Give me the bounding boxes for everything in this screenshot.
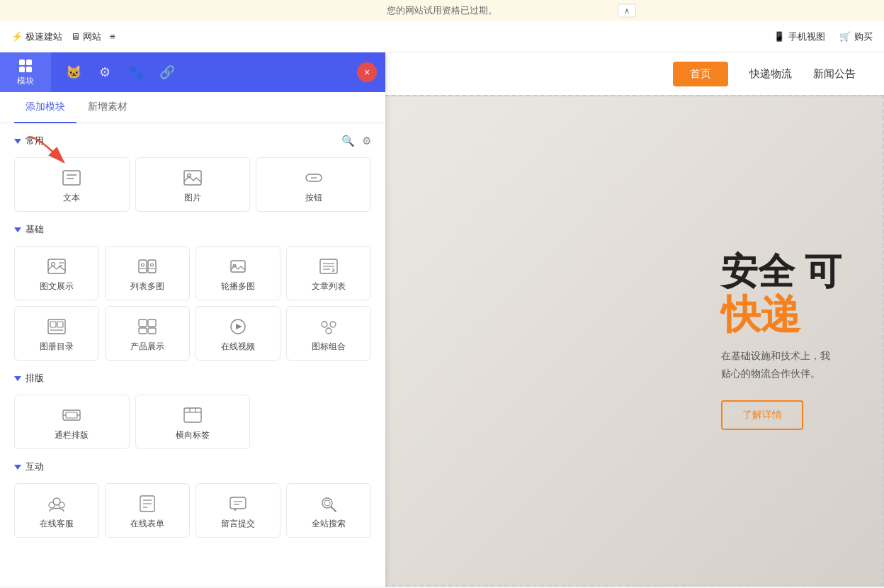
website-button[interactable]: 🖥 网站 bbox=[71, 30, 101, 43]
panel-close-button[interactable]: × bbox=[357, 62, 377, 82]
panel-icon-cat[interactable]: 🐱 bbox=[60, 58, 88, 86]
mobile-view-label: 手机视图 bbox=[788, 30, 825, 43]
svg-point-83 bbox=[324, 500, 330, 506]
hero-title-line2: 快递 bbox=[721, 293, 842, 337]
online-form-label: 在线表单 bbox=[130, 518, 164, 530]
tab-add-material[interactable]: 新增素材 bbox=[76, 92, 139, 123]
module-item-full-layout[interactable]: 通栏排版 bbox=[14, 395, 130, 449]
online-video-label: 在线视频 bbox=[221, 341, 255, 353]
svg-rect-51 bbox=[57, 322, 63, 327]
carousel-label: 轮播多图 bbox=[221, 281, 255, 293]
module-item-horizontal-tab[interactable]: 横向标签 bbox=[135, 395, 251, 449]
panel-icon-paw[interactable]: 🐾 bbox=[122, 58, 150, 86]
module-item-list-multi[interactable]: 列表多图 bbox=[105, 246, 190, 300]
hero-detail-button[interactable]: 了解详情 bbox=[721, 400, 803, 430]
svg-point-32 bbox=[52, 263, 55, 266]
home-nav-button[interactable]: 首页 bbox=[673, 62, 728, 86]
quick-build-icon: ⚡ bbox=[11, 31, 23, 42]
panel-tabs: 添加模块 新增素材 bbox=[0, 92, 385, 123]
module-item-catalog[interactable]: 图册目录 bbox=[14, 306, 99, 361]
interactive-section-header: 互动 bbox=[14, 460, 371, 473]
settings-icon[interactable]: ⚙ bbox=[362, 135, 371, 147]
product-display-icon bbox=[136, 317, 159, 337]
website-icon: 🖥 bbox=[71, 31, 80, 42]
quick-build-button[interactable]: ⚡ 极速建站 bbox=[11, 30, 62, 43]
top-toolbar: ⚡ 极速建站 🖥 网站 ≡ 📱 手机视图 🛒 购买 bbox=[0, 21, 884, 52]
hero-description: 在基础设施和技术上，我 贴心的物流合作伙伴。 bbox=[721, 347, 842, 383]
basic-section: 基础 图文展示 bbox=[14, 223, 371, 361]
svg-rect-22 bbox=[19, 67, 25, 72]
module-item-site-search[interactable]: 全站搜索 bbox=[286, 483, 371, 538]
leave-message-icon bbox=[227, 494, 249, 514]
module-item-image-display[interactable]: 图文展示 bbox=[14, 246, 99, 300]
button-module-icon bbox=[302, 168, 325, 188]
online-video-icon bbox=[227, 317, 249, 337]
list-multi-label: 列表多图 bbox=[130, 281, 164, 293]
buy-button[interactable]: 🛒 购买 bbox=[839, 30, 873, 43]
site-search-label: 全站搜索 bbox=[312, 518, 346, 530]
buy-label: 购买 bbox=[854, 30, 873, 43]
section-actions: 🔍 ⚙ bbox=[341, 135, 371, 147]
basic-section-header: 基础 bbox=[14, 223, 371, 236]
layout-module-grid: 通栏排版 横向标签 bbox=[14, 395, 371, 449]
module-item-online-video[interactable]: 在线视频 bbox=[196, 306, 280, 361]
svg-rect-23 bbox=[26, 67, 32, 72]
basic-module-grid: 图文展示 bbox=[14, 246, 371, 361]
svg-rect-20 bbox=[19, 60, 25, 65]
image-module-icon bbox=[181, 168, 204, 188]
nav-link-news[interactable]: 新闻公告 bbox=[813, 67, 856, 81]
module-item-article-list[interactable]: 文章列表 bbox=[286, 246, 371, 300]
menu-icon: ≡ bbox=[110, 31, 115, 42]
module-item-product-display[interactable]: 产品展示 bbox=[105, 306, 190, 361]
layout-section-header: 排版 bbox=[14, 372, 371, 385]
module-item-image[interactable]: 图片 bbox=[135, 157, 251, 212]
interactive-arrow-icon bbox=[14, 465, 21, 470]
hero-content: 安全 可 快递 在基础设施和技术上，我 贴心的物流合作伙伴。 了解详情 bbox=[721, 251, 842, 429]
tab-add-module[interactable]: 添加模块 bbox=[14, 92, 76, 123]
catalog-icon bbox=[45, 317, 68, 337]
module-item-icon-group[interactable]: 图标组合 bbox=[286, 306, 371, 361]
interactive-label: 互动 bbox=[26, 460, 44, 473]
leave-message-label: 留言提交 bbox=[221, 518, 255, 530]
quick-build-label: 极速建站 bbox=[26, 30, 62, 43]
svg-rect-55 bbox=[139, 328, 147, 334]
section-arrow-icon bbox=[14, 139, 21, 144]
collapse-button[interactable]: ∧ bbox=[618, 4, 636, 18]
product-display-label: 产品展示 bbox=[130, 341, 164, 353]
list-multi-icon bbox=[136, 256, 159, 276]
image-module-label: 图片 bbox=[184, 192, 201, 204]
svg-line-82 bbox=[331, 507, 336, 511]
svg-point-39 bbox=[151, 264, 154, 266]
module-item-online-service[interactable]: 在线客服 bbox=[14, 483, 99, 538]
svg-rect-53 bbox=[139, 320, 147, 327]
module-item-online-form[interactable]: 在线表单 bbox=[105, 483, 190, 538]
svg-point-71 bbox=[49, 502, 55, 508]
full-layout-label: 通栏排版 bbox=[55, 429, 89, 441]
module-item-carousel[interactable]: 轮播多图 bbox=[196, 246, 280, 300]
mobile-view-button[interactable]: 📱 手机视图 bbox=[774, 30, 825, 43]
modules-tab-active[interactable]: 模块 bbox=[0, 52, 51, 92]
button-module-label: 按钮 bbox=[305, 192, 322, 204]
modules-label: 模块 bbox=[17, 75, 34, 87]
layout-label: 排版 bbox=[26, 372, 44, 385]
more-menu-button[interactable]: ≡ bbox=[110, 31, 115, 42]
svg-rect-54 bbox=[148, 320, 156, 327]
toolbar-right: 📱 手机视图 🛒 购买 bbox=[774, 30, 873, 43]
svg-rect-27 bbox=[184, 171, 201, 185]
online-form-icon bbox=[136, 494, 159, 514]
horizontal-tab-icon bbox=[181, 405, 204, 425]
notice-text: 您的网站试用资格已过期。 bbox=[387, 5, 497, 16]
buy-icon: 🛒 bbox=[839, 31, 851, 42]
svg-rect-31 bbox=[48, 259, 65, 273]
website-label: 网站 bbox=[83, 30, 101, 43]
panel-icon-link[interactable]: 🔗 bbox=[153, 58, 181, 86]
panel-icon-settings[interactable]: ⚙ bbox=[91, 58, 119, 86]
module-item-leave-message[interactable]: 留言提交 bbox=[196, 483, 280, 538]
module-item-button[interactable]: 按钮 bbox=[256, 157, 371, 212]
arrow-indicator bbox=[21, 130, 78, 176]
article-list-icon bbox=[317, 256, 340, 276]
nav-link-logistics[interactable]: 快递物流 bbox=[749, 67, 792, 81]
search-icon[interactable]: 🔍 bbox=[341, 135, 355, 147]
interactive-module-grid: 在线客服 在线表单 bbox=[14, 483, 371, 538]
online-service-icon bbox=[45, 494, 68, 514]
